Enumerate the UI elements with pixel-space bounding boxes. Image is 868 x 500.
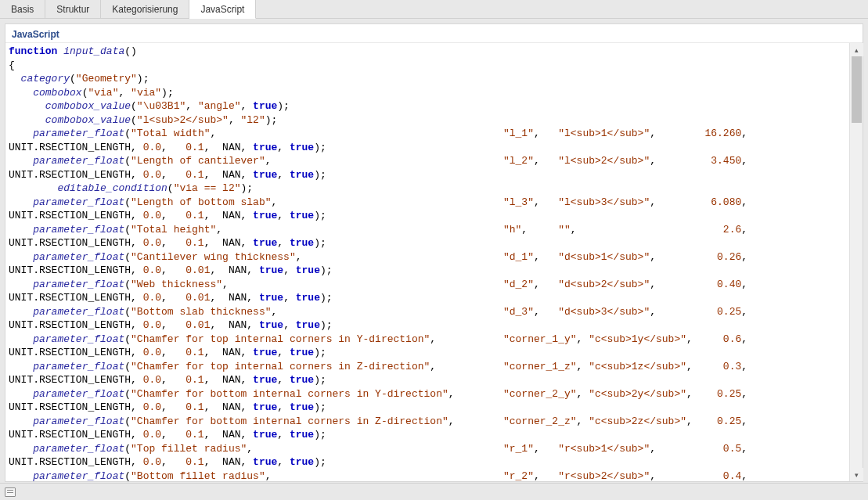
tab-kategorisierung[interactable]: Kategorisierung [101, 0, 189, 18]
status-bar [0, 483, 868, 500]
panel-title: JavaScript [5, 24, 863, 43]
code-editor[interactable]: function input_data() { category("Geomet… [5, 43, 863, 481]
vertical-scrollbar[interactable]: ▴ ▾ [849, 43, 863, 481]
scroll-up-button[interactable]: ▴ [850, 43, 863, 56]
scroll-thumb[interactable] [852, 56, 862, 123]
tab-struktur[interactable]: Struktur [45, 0, 101, 18]
scroll-down-button[interactable]: ▾ [850, 468, 863, 481]
list-view-icon[interactable] [5, 487, 16, 497]
tab-basis[interactable]: Basis [0, 0, 45, 18]
tab-bar: Basis Struktur Kategorisierung JavaScrip… [0, 0, 868, 19]
code-panel: JavaScript function input_data() { categ… [5, 23, 863, 482]
tab-javascript[interactable]: JavaScript [189, 0, 256, 19]
